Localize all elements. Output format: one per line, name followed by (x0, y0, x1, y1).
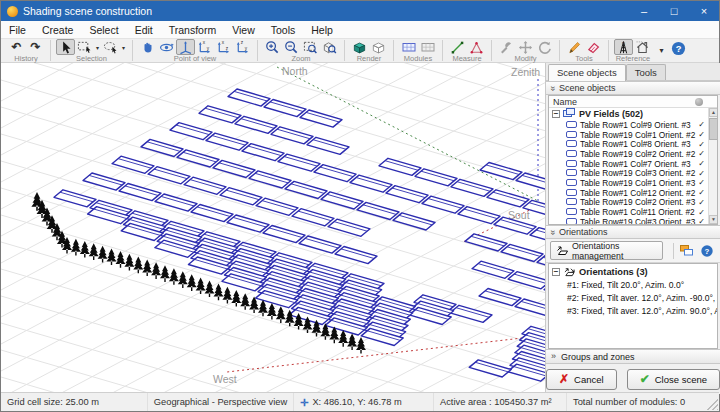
chevron-down-icon[interactable]: ▾ (94, 44, 101, 51)
close-button[interactable]: × (689, 1, 719, 21)
cube-wire-icon (371, 40, 386, 55)
zoom-out-button[interactable] (282, 39, 301, 55)
toolbar-overflow-button[interactable]: ▾ (658, 46, 665, 55)
select-rectangle-button[interactable] (75, 39, 94, 55)
menu-transform[interactable]: Transform (161, 21, 224, 38)
check-icon[interactable]: ✓ (698, 149, 705, 158)
move-cross-icon (518, 40, 533, 55)
menu-tools[interactable]: Tools (263, 21, 304, 38)
tree (196, 277, 206, 294)
render-solid-button[interactable] (350, 39, 369, 55)
toolbar-group-modules: Modules (397, 39, 439, 62)
cancel-button[interactable]: ✗ Cancel (546, 369, 617, 390)
modify-edit-button[interactable] (497, 39, 516, 55)
zoom-window-button[interactable] (301, 39, 320, 55)
eraser-button[interactable] (584, 39, 603, 55)
tab-tools[interactable]: Tools (626, 64, 666, 80)
resize-grip[interactable] (707, 399, 718, 410)
reference-mast-button[interactable]: N (614, 39, 633, 55)
render-wire-button[interactable] (369, 39, 388, 55)
scene-objects-header[interactable]: » Scene objects (546, 81, 720, 95)
scene-object-row[interactable]: Table Row#19 Col#1 Orient. #3✓ (549, 178, 717, 188)
scene-object-row[interactable]: Table Row#19 Col#3 Orient. #2✓ (549, 168, 717, 178)
compass-label-west: West (213, 373, 237, 385)
collapse-node-icon[interactable]: − (552, 268, 560, 276)
draw-pencil-button[interactable] (565, 39, 584, 55)
check-icon[interactable]: ✓ (698, 169, 705, 178)
check-icon[interactable]: ✓ (698, 159, 705, 168)
lasso-select-icon (103, 40, 118, 55)
scene-object-label: Table Row#19 Col#3 Orient. #3 (580, 217, 695, 225)
scene-object-row[interactable]: Table Row#19 Col#2 Orient. #3✓ (549, 198, 717, 208)
view-zy-button[interactable]: zy (233, 39, 252, 55)
view-xz-button[interactable]: xz (214, 39, 233, 55)
view-xy-button[interactable]: xy (195, 39, 214, 55)
zoom-in-button[interactable] (263, 39, 282, 55)
menu-file[interactable]: File (1, 21, 34, 38)
collapse-node-icon[interactable]: − (552, 110, 560, 118)
scene-object-row[interactable]: Table Row#19 Col#1 Orient. #2✓ (549, 130, 717, 140)
measure-angle-button[interactable] (467, 39, 486, 55)
modify-move-button[interactable] (516, 39, 535, 55)
close-scene-button[interactable]: ✔ Close scene (627, 369, 720, 390)
toolbar-group-measure: Measure (446, 39, 488, 62)
scene-canvas[interactable]: NorthZenithEastSoutWest (1, 63, 546, 394)
orientations-root[interactable]: − Orientations (3) (549, 264, 717, 278)
scene-object-row[interactable]: Table Row#1 Col#11 Orient. #2✓ (549, 207, 717, 217)
modules-hide-button[interactable] (418, 39, 437, 55)
check-icon[interactable]: ✓ (698, 208, 705, 217)
orientations-header[interactable]: » Orientations (546, 225, 720, 239)
reference-building-button[interactable] (633, 39, 652, 55)
visibility-icon[interactable] (695, 98, 703, 106)
pv-tables[interactable] (54, 89, 546, 385)
orientations-management-button[interactable]: Orientations management (550, 241, 663, 260)
help-icon[interactable]: ? (699, 241, 716, 260)
select-pointer-button[interactable] (56, 39, 75, 55)
undo-button[interactable]: ↶ (7, 39, 26, 55)
redo-button[interactable]: ↷ (26, 39, 45, 55)
modules-show-button[interactable] (399, 39, 418, 55)
scroll-up-icon[interactable]: ▲ (709, 108, 718, 117)
minimize-button[interactable]: – (629, 1, 659, 21)
measure-distance-button[interactable] (448, 39, 467, 55)
scene-object-row[interactable]: Table Row#1 Col#12 Orient. #2✓ (549, 188, 717, 198)
chevron-down-icon[interactable]: ▾ (120, 44, 127, 51)
check-icon[interactable]: ✓ (698, 140, 705, 149)
maximize-button[interactable]: □ (659, 1, 689, 21)
pan-button[interactable] (138, 39, 157, 55)
menu-select[interactable]: Select (81, 21, 126, 38)
select-lasso-button[interactable] (101, 39, 120, 55)
scene-viewport[interactable]: NorthZenithEastSoutWest (1, 63, 546, 394)
name-column-header[interactable]: Name (549, 96, 717, 108)
orbit-button[interactable] (157, 39, 176, 55)
check-icon[interactable]: ✓ (698, 178, 705, 187)
tab-scene-objects[interactable]: Scene objects (548, 64, 626, 81)
check-icon[interactable]: ✓ (698, 217, 705, 225)
orientation-row[interactable]: #2: Fixed, Tilt aver. 12.0°, Azim. -90.0… (549, 291, 717, 304)
menu-create[interactable]: Create (34, 21, 82, 38)
menu-view[interactable]: View (224, 21, 263, 38)
menu-help[interactable]: Help (303, 21, 341, 38)
orientation-row[interactable]: #1: Fixed, Tilt 20.0°, Azim. 0.0° (549, 278, 717, 291)
scene-object-row[interactable]: Table Row#1 Col#8 Orient. #3✓ (549, 139, 717, 149)
orientation-colors-button[interactable] (678, 241, 695, 260)
menu-edit[interactable]: Edit (127, 21, 161, 38)
check-icon[interactable]: ✓ (698, 198, 705, 207)
check-icon[interactable]: ✓ (698, 130, 705, 139)
scene-object-row[interactable]: Table Row#19 Col#3 Orient. #3✓ (549, 217, 717, 225)
list-scrollbar[interactable]: ▲ ▼ (708, 108, 717, 224)
scrollbar-thumb[interactable] (709, 118, 718, 140)
help-icon[interactable]: ? (671, 41, 686, 60)
groups-and-zones-bar[interactable]: » Groups and zones (546, 349, 720, 364)
zoom-all-button[interactable] (320, 39, 339, 55)
axes-view-button[interactable] (176, 39, 195, 55)
pv-fields-root[interactable]: − PV Fields (502) (549, 108, 717, 120)
check-icon[interactable]: ✓ (698, 120, 705, 129)
scene-object-row[interactable]: Table Row#1 Col#7 Orient. #3✓ (549, 159, 717, 169)
scene-object-row[interactable]: Table Row#1 Col#9 Orient. #3✓ (549, 120, 717, 130)
scroll-down-icon[interactable]: ▼ (709, 215, 718, 224)
orientation-row[interactable]: #3: Fixed, Tilt aver. 12.0°, Azim. 90.0°… (549, 304, 717, 317)
modify-rotate-button[interactable] (535, 39, 554, 55)
check-icon[interactable]: ✓ (698, 188, 705, 197)
scene-object-row[interactable]: Table Row#19 Col#2 Orient. #2✓ (549, 149, 717, 159)
